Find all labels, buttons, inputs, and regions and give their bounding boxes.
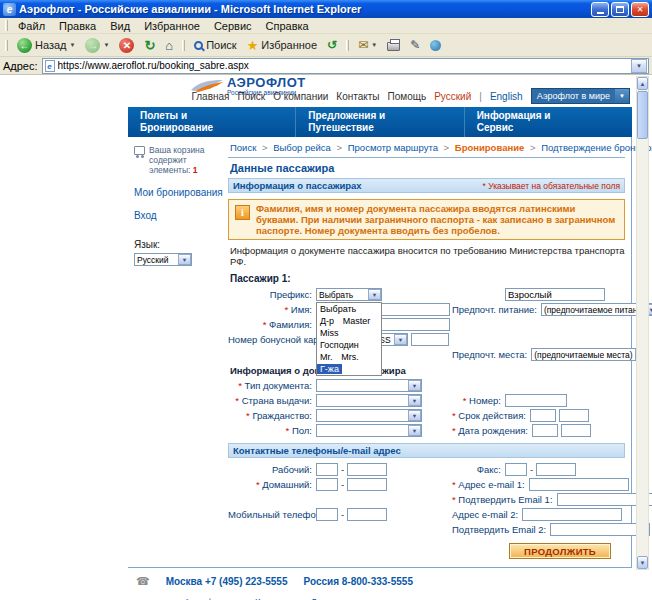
maximize-icon [616, 6, 624, 13]
refresh-button[interactable]: ↻ [140, 35, 159, 56]
aeroflot-world-value: Аэрофлот в мире [537, 91, 610, 101]
email2-input[interactable] [522, 508, 622, 521]
nav-offers-travel[interactable]: Предложения и Путешествие [296, 107, 464, 137]
scrollbar[interactable]: ▲ ▼ [636, 76, 649, 570]
validity-year-input[interactable] [559, 409, 589, 422]
sidebar-item-my-bookings[interactable]: Мои бронирования [134, 187, 224, 198]
messenger-button[interactable] [426, 35, 445, 56]
nav-flights-booking[interactable]: Полеты и Бронирование [128, 107, 296, 137]
home-button[interactable]: ⌂ [161, 35, 177, 56]
prefix-option[interactable]: Master [340, 316, 374, 326]
mobile-number-input[interactable] [347, 508, 387, 521]
doc-number-input[interactable] [505, 394, 567, 407]
seats-select[interactable]: (предпочитаемые места) ▼ [531, 348, 649, 361]
sidebar-item-login[interactable]: Вход [134, 210, 224, 221]
home-phone-number-input[interactable] [347, 478, 387, 491]
close-button[interactable]: ✕ [631, 2, 649, 17]
prefix-select[interactable]: Выбрать ▼ [316, 288, 382, 301]
gender-select[interactable]: ▼ [316, 424, 422, 437]
menubar-gripper[interactable] [5, 20, 8, 31]
nav-info-service[interactable]: Информация и Сервис [465, 107, 632, 137]
print-button[interactable] [383, 35, 404, 56]
footer-link-bonus[interactable]: Аэрофлот Бонус [184, 596, 239, 600]
first-name-label: Имя: [291, 304, 312, 315]
scroll-up-button[interactable]: ▲ [637, 77, 648, 90]
bonus-card-label: Номер бонусной карты: [228, 334, 316, 345]
address-dropdown-button[interactable]: ▼ [631, 59, 647, 73]
stop-button[interactable]: ✕ [115, 35, 138, 56]
prefix-option[interactable]: Mr. [317, 352, 336, 362]
document-section-title: Информация о документе пассажира [230, 365, 625, 376]
forward-button[interactable]: → ▼ [81, 35, 113, 56]
prefix-option[interactable]: Господин [317, 340, 362, 350]
prefix-option[interactable]: Выбрать [317, 304, 359, 314]
form-row: * Домашний: - * Адрес e-mail 1: [228, 477, 625, 492]
citizenship-select[interactable]: ▼ [316, 409, 422, 422]
site-header: АЭРОФЛОТ Российские авиалинии Главная По… [128, 75, 632, 107]
bonus-number-input[interactable] [411, 333, 449, 346]
mail-dropdown-icon[interactable]: ▼ [371, 42, 377, 48]
mobile-code-input[interactable] [316, 508, 338, 521]
lang-russian[interactable]: Русский [434, 91, 471, 102]
pax-type-field[interactable] [505, 288, 605, 301]
footer-link-subsidiaries[interactable]: Дочерние компании [311, 596, 377, 600]
address-bar: Адрес: e https://www.aeroflot.ru/booking… [0, 57, 652, 75]
work-phone-code-input[interactable] [316, 463, 338, 476]
menu-file[interactable]: Файл [11, 19, 52, 33]
birth-date-label: Дата рождения: [458, 425, 528, 436]
top-link-search[interactable]: Поиск [237, 91, 265, 102]
aeroflot-world-select[interactable]: Аэрофлот в мире ▼ [531, 88, 630, 104]
doc-type-select[interactable]: ▼ [316, 379, 422, 392]
top-link-help[interactable]: Помощь [388, 91, 427, 102]
prefix-option[interactable]: Д-р [317, 316, 337, 326]
crumb-search[interactable]: Поиск [230, 142, 256, 153]
issue-country-select[interactable]: ▼ [316, 394, 422, 407]
menu-edit[interactable]: Правка [52, 19, 103, 33]
favorites-button[interactable]: ★ Избранное [243, 35, 321, 56]
last-name-label: Фамилия: [269, 319, 312, 330]
home-phone-code-input[interactable] [316, 478, 338, 491]
validity-month-input[interactable] [530, 409, 556, 422]
chevron-down-icon: ▼ [408, 395, 421, 406]
search-button[interactable]: Поиск [190, 35, 240, 56]
toolbar-gripper[interactable] [5, 40, 8, 51]
fax-code-input[interactable] [505, 463, 527, 476]
menu-help[interactable]: Справка [259, 19, 316, 33]
email1-input[interactable] [529, 478, 629, 491]
history-button[interactable]: ↺ [323, 35, 341, 56]
prefix-option[interactable]: Miss [317, 328, 342, 338]
birth-year-input[interactable] [561, 424, 591, 437]
lang-english[interactable]: English [490, 91, 523, 102]
edit-button[interactable]: ✎ [406, 35, 424, 56]
crumb-itinerary[interactable]: Просмотр маршрута [348, 142, 438, 153]
maximize-button[interactable] [611, 2, 629, 17]
fax-number-input[interactable] [536, 463, 576, 476]
back-dropdown-icon[interactable]: ▼ [70, 42, 76, 48]
menu-view[interactable]: Вид [103, 19, 137, 33]
language-select[interactable]: Русский ▼ [134, 253, 192, 266]
menu-favorites[interactable]: Избранное [137, 19, 207, 33]
mobile-phone-label: Мобильный телефон: [228, 509, 316, 520]
prefix-option-selected[interactable]: Г-жа [317, 364, 342, 374]
fax-label: Факс: [477, 464, 505, 475]
forward-dropdown-icon[interactable]: ▼ [103, 42, 109, 48]
work-phone-number-input[interactable] [347, 463, 387, 476]
back-button[interactable]: ← Назад ▼ [13, 35, 79, 56]
scroll-thumb[interactable] [637, 91, 648, 139]
address-input[interactable]: e https://www.aeroflot.ru/booking_sabre.… [42, 58, 649, 74]
address-url[interactable]: https://www.aeroflot.ru/booking_sabre.as… [58, 60, 628, 71]
minimize-button[interactable] [591, 2, 609, 17]
top-link-contacts[interactable]: Контакты [336, 91, 379, 102]
menu-tools[interactable]: Сервис [207, 19, 259, 33]
top-link-home[interactable]: Главная [191, 91, 229, 102]
form-row: * Фамилия: [228, 317, 625, 332]
continue-button[interactable]: ПРОДОЛЖИТЬ [509, 543, 611, 559]
footer-link-sitemap[interactable]: Карта сайта [255, 596, 295, 600]
top-link-about[interactable]: О компании [273, 91, 328, 102]
crumb-flight-select[interactable]: Выбор рейса [273, 142, 331, 153]
mail-button[interactable]: ✉ ▼ [354, 35, 381, 56]
prefix-option[interactable]: Mrs. [338, 352, 362, 362]
birth-day-input[interactable] [532, 424, 558, 437]
title-bar: e Аэрофлот - Российские авиалинии - Micr… [0, 0, 652, 18]
scroll-down-button[interactable]: ▼ [637, 556, 648, 569]
